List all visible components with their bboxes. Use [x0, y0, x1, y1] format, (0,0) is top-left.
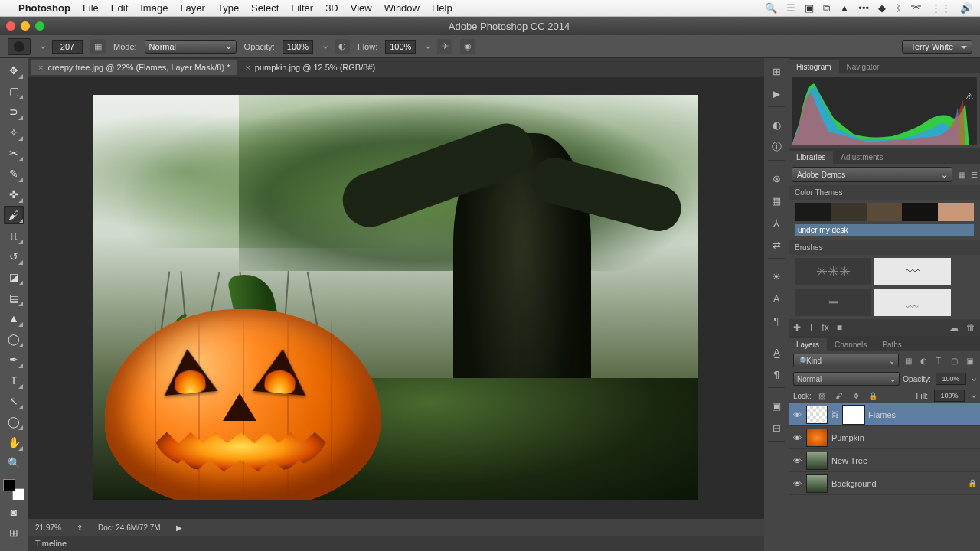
character-panel-icon[interactable]: A [768, 290, 785, 307]
flow-input[interactable] [385, 40, 416, 54]
volume-icon[interactable]: 🔊 [960, 2, 972, 14]
marquee-tool[interactable]: ▢ [4, 82, 24, 100]
list-view-icon[interactable]: ☰ [968, 168, 980, 181]
workspace-switcher[interactable]: Terry White [902, 40, 972, 54]
add-text-icon[interactable]: T [808, 322, 814, 333]
canvas[interactable] [93, 95, 698, 500]
wifi-icon[interactable]: ⋮⋮ [931, 2, 951, 14]
dropbox-icon[interactable]: ⌤ [910, 2, 922, 14]
navigator-tab[interactable]: Navigator [839, 60, 887, 73]
filter-adjust-icon[interactable]: ◐ [917, 354, 929, 367]
history-brush-tool[interactable]: ↺ [4, 247, 24, 266]
shape-tool[interactable]: ◯ [4, 412, 24, 431]
brush-preset[interactable]: ━ [795, 289, 871, 316]
filter-shape-icon[interactable]: ▢ [948, 354, 960, 367]
menu-help[interactable]: Help [432, 2, 452, 14]
layer-row[interactable]: 👁 New Tree [789, 449, 980, 472]
move-tool[interactable]: ✥ [4, 61, 24, 80]
foreground-background-colors[interactable] [3, 479, 24, 500]
brush-dropdown-icon[interactable] [41, 44, 45, 49]
brush-panel-toggle[interactable]: ▦ [90, 39, 106, 54]
spotlight-icon[interactable]: 🔍 [765, 2, 777, 14]
hand-tool[interactable]: ✋ [4, 433, 24, 452]
library-select[interactable]: Adobe Demos⌄ [792, 167, 952, 182]
menu-icon[interactable]: ☰ [786, 2, 795, 14]
path-select-tool[interactable]: ↖ [4, 392, 24, 410]
paths-tab[interactable]: Paths [874, 338, 910, 351]
adjustments-icon[interactable]: ☀ [768, 268, 785, 285]
bt-icon[interactable]: ᛒ [895, 2, 901, 14]
type-tool[interactable]: T [4, 371, 24, 390]
layer-thumb[interactable] [806, 474, 828, 493]
gradient-tool[interactable]: ▤ [4, 289, 24, 307]
layer-name[interactable]: Background [831, 479, 964, 488]
menu-type[interactable]: Type [217, 2, 239, 14]
layer-mask-thumb[interactable] [843, 406, 864, 424]
styles-panel-icon[interactable]: ▦ [768, 192, 785, 209]
history-panel-icon[interactable]: ⊞ [768, 63, 785, 80]
visibility-icon[interactable]: 👁 [792, 410, 802, 419]
lasso-tool[interactable]: ⊃ [4, 103, 24, 121]
filter-type-icon[interactable]: T [933, 354, 945, 367]
minimize-window-button[interactable] [21, 21, 30, 31]
blur-tool[interactable]: ▲ [4, 309, 24, 328]
brush-preview[interactable] [8, 38, 31, 55]
add-fx-icon[interactable]: fx [822, 322, 828, 333]
brush-size-input[interactable] [52, 40, 83, 54]
swatches-panel-icon[interactable]: ⊗ [768, 170, 785, 187]
magic-wand-tool[interactable]: ✧ [4, 123, 24, 142]
menu-layer[interactable]: Layer [180, 2, 205, 14]
mode-select[interactable]: Normal⌄ [145, 40, 237, 54]
filter-pixel-icon[interactable]: ▦ [902, 354, 914, 367]
theme-name-label[interactable]: under my desk [795, 224, 974, 236]
crop-tool[interactable]: ✂ [4, 144, 24, 162]
menu-filter[interactable]: Filter [291, 2, 313, 14]
menu-app[interactable]: Photoshop [18, 2, 70, 14]
brush-preset[interactable]: 〰 [874, 258, 951, 285]
layer-thumb[interactable] [806, 452, 828, 470]
opacity-dd-icon[interactable] [323, 44, 328, 49]
dodge-tool[interactable]: ◯ [4, 330, 24, 348]
menu-select[interactable]: Select [251, 2, 279, 14]
status-arrow-icon[interactable]: ▶ [176, 523, 182, 532]
document-tab[interactable]: ×creepy tree.jpg @ 22% (Flames, Layer Ma… [31, 60, 237, 75]
info-panel-icon[interactable]: ⓘ [768, 139, 785, 155]
stamp-tool[interactable]: ⎍ [4, 227, 24, 245]
layer-row[interactable]: 👁 Background 🔒 [789, 472, 980, 495]
layer-name[interactable]: New Tree [831, 456, 977, 465]
lock-all-icon[interactable]: 🔒 [867, 390, 879, 402]
libraries-tab[interactable]: Libraries [789, 151, 833, 164]
layer-thumb[interactable] [806, 406, 828, 424]
actions-panel-icon[interactable]: ▶ [768, 85, 785, 102]
share-icon[interactable]: ⇪ [77, 523, 83, 532]
menu-image[interactable]: Image [140, 2, 168, 14]
layer-opacity-input[interactable]: 100% [936, 373, 966, 385]
record-icon[interactable]: ▣ [805, 2, 814, 14]
heal-tool[interactable]: ✜ [4, 185, 24, 204]
visibility-icon[interactable]: 👁 [792, 479, 802, 488]
notes-icon[interactable]: ▣ [768, 397, 785, 414]
menu-3d[interactable]: 3D [325, 2, 338, 14]
brush-preset[interactable]: ✳✳✳ [795, 258, 871, 285]
screen-icon[interactable]: ⧉ [823, 2, 830, 15]
zoom-level[interactable]: 21.97% [35, 523, 61, 532]
grid-view-icon[interactable]: ▦ [956, 168, 968, 181]
clone-panel-icon[interactable]: ⇄ [768, 236, 785, 253]
layer-row[interactable]: 👁 ⛓ Flames [789, 403, 980, 426]
link-icon[interactable]: ⛓ [831, 410, 839, 419]
charstyles-icon[interactable]: A̲ [768, 344, 785, 360]
color-panel-icon[interactable]: ◐ [768, 116, 785, 133]
pen-tool[interactable]: ✒ [4, 350, 24, 369]
document-tab[interactable]: ×pumpkin.jpg @ 12.5% (RGB/8#) [237, 60, 383, 75]
layers-tab[interactable]: Layers [789, 338, 827, 351]
screen-mode-button[interactable]: ⊞ [4, 523, 24, 542]
brush-preset[interactable]: ﹏ [874, 289, 951, 316]
quick-mask-button[interactable]: ◙ [4, 503, 24, 521]
cloud-icon[interactable]: ☁ [949, 322, 959, 333]
lock-trans-icon[interactable]: ▨ [816, 390, 828, 402]
brush-tool[interactable]: 🖌 [4, 206, 24, 224]
close-window-button[interactable] [6, 21, 15, 31]
eyedropper-tool[interactable]: ✎ [4, 165, 24, 183]
menu-view[interactable]: View [351, 2, 372, 14]
color-theme-swatches[interactable] [795, 203, 974, 221]
